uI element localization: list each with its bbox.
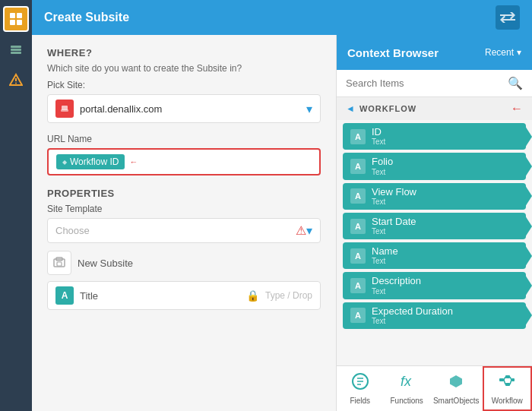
cb-item-text: View Flow Text: [372, 187, 416, 206]
fields-tab[interactable]: Fields: [337, 366, 383, 411]
cb-item[interactable]: A Folio Text: [343, 153, 526, 179]
svg-rect-18: [499, 378, 504, 381]
functions-tab[interactable]: fx Functions: [383, 366, 429, 411]
url-field[interactable]: Workflow ID ←: [47, 148, 321, 175]
title-row: A Title 🔒 Type / Drop: [47, 281, 321, 310]
site-template-select[interactable]: Choose ⚠ ▾: [47, 218, 321, 243]
error-icon: ⚠: [296, 223, 306, 238]
cb-item-icon: A: [350, 129, 366, 144]
cb-item-icon: A: [350, 188, 366, 204]
cb-item-text: ID Text: [372, 127, 385, 146]
site-picker[interactable]: portal.denallix.com ▾: [47, 94, 321, 123]
cb-item-icon: A: [350, 248, 366, 264]
fields-tab-icon: [351, 372, 369, 394]
search-icon: 🔍: [508, 76, 523, 90]
cb-item-sub: Text: [372, 317, 453, 325]
new-subsite-label: New Subsite: [78, 258, 133, 269]
functions-tab-label: Functions: [391, 397, 423, 405]
properties-section: PROPERTIES Site Template Choose ⚠ ▾: [47, 188, 321, 310]
cb-item[interactable]: A Start Date Text: [343, 213, 526, 239]
cb-item-text: Name Text: [372, 246, 398, 265]
cb-item-name: Description: [372, 276, 421, 286]
smartobjects-tab-icon: [447, 372, 465, 394]
workflow-group-header[interactable]: ◄ WORKFLOW ←: [337, 97, 532, 120]
group-red-arrow: ←: [511, 102, 523, 115]
swap-icon[interactable]: [496, 5, 520, 30]
new-subsite-row: New Subsite: [47, 251, 321, 275]
svg-rect-5: [11, 49, 21, 51]
svg-rect-12: [61, 109, 68, 112]
svg-line-23: [504, 380, 505, 384]
cb-item-name: Name: [372, 246, 398, 257]
sidebar-layers-icon[interactable]: [3, 36, 29, 62]
app-header: Create Subsite: [32, 0, 532, 35]
svg-rect-3: [17, 20, 22, 25]
workflow-id-token: Workflow ID: [56, 154, 125, 169]
cb-item-name: ID: [372, 127, 385, 138]
search-input[interactable]: [346, 77, 502, 89]
cb-item-text: Start Date Text: [372, 217, 416, 236]
left-sidebar: [0, 0, 32, 411]
smartobjects-tab[interactable]: SmartObjects: [430, 366, 483, 411]
page-title: Create Subsite: [44, 11, 496, 24]
main-panel: Create Subsite WHERE? Which site do you …: [32, 0, 532, 411]
svg-line-22: [504, 377, 505, 380]
group-collapse-arrow: ◄: [346, 103, 355, 114]
cb-item-sub: Text: [372, 138, 385, 146]
svg-rect-6: [11, 52, 21, 54]
cb-item[interactable]: A Description Text: [343, 272, 526, 299]
svg-line-24: [510, 377, 511, 380]
svg-rect-21: [511, 378, 515, 381]
site-chevron[interactable]: ▾: [306, 102, 312, 116]
template-chevron[interactable]: ▾: [306, 223, 312, 238]
workflow-tab-icon: [498, 372, 516, 394]
bottom-tabs: Fields fx Functions SmartObjects Workflo…: [337, 365, 532, 411]
cb-item-sub: Text: [372, 227, 416, 236]
cb-item-name: Folio: [372, 156, 393, 167]
smartobjects-tab-label: SmartObjects: [433, 397, 480, 405]
cb-item-name: Start Date: [372, 217, 416, 227]
properties-title: PROPERTIES: [47, 188, 321, 199]
cb-item-sub: Text: [372, 257, 398, 265]
where-description: Which site do you want to create the Sub…: [47, 63, 321, 74]
context-browser-header: Context Browser Recent ▾: [337, 35, 532, 70]
site-icon: [55, 100, 74, 118]
sidebar-grid-icon[interactable]: [3, 6, 29, 32]
svg-rect-0: [10, 13, 15, 18]
form-panel: WHERE? Which site do you want to create …: [32, 35, 336, 411]
fields-tab-label: Fields: [350, 397, 370, 405]
cb-item-name: Expected Duration: [372, 306, 453, 317]
cb-item[interactable]: A Name Text: [343, 242, 526, 269]
group-label: WORKFLOW: [359, 104, 511, 113]
token-arrow: ←: [129, 157, 138, 166]
context-browser-items: A ID Text A Folio Text A View Flow Text …: [337, 120, 532, 365]
sidebar-warning-icon[interactable]: [3, 67, 29, 93]
cb-item-icon: A: [350, 308, 366, 323]
context-browser-title: Context Browser: [347, 46, 439, 59]
recent-label[interactable]: Recent ▾: [485, 47, 521, 58]
svg-rect-19: [505, 375, 510, 378]
svg-text:fx: fx: [401, 374, 412, 389]
svg-rect-20: [505, 383, 510, 386]
svg-rect-15: [57, 262, 62, 266]
cb-item-name: View Flow: [372, 187, 416, 198]
svg-rect-4: [11, 46, 21, 48]
type-drop-placeholder: Type / Drop: [265, 290, 312, 301]
site-template-label: Site Template: [47, 204, 321, 214]
lock-icon: 🔒: [246, 289, 259, 302]
site-template-field: Choose ⚠ ▾: [47, 218, 321, 243]
cb-item[interactable]: A ID Text: [343, 123, 526, 150]
cb-item-sub: Text: [372, 287, 421, 296]
choose-placeholder: Choose: [55, 225, 291, 236]
cb-item-sub: Text: [372, 168, 393, 176]
svg-rect-1: [17, 13, 22, 18]
url-name-label: URL Name: [47, 134, 321, 144]
search-bar[interactable]: 🔍: [337, 70, 532, 97]
svg-point-9: [15, 83, 17, 84]
svg-line-25: [510, 380, 511, 384]
workflow-tab[interactable]: Workflow: [483, 366, 532, 411]
recent-chevron: ▾: [517, 47, 521, 58]
cb-item[interactable]: A View Flow Text: [343, 183, 526, 210]
cb-item[interactable]: A Expected Duration Text: [343, 302, 526, 329]
cb-item-icon: A: [350, 219, 366, 234]
